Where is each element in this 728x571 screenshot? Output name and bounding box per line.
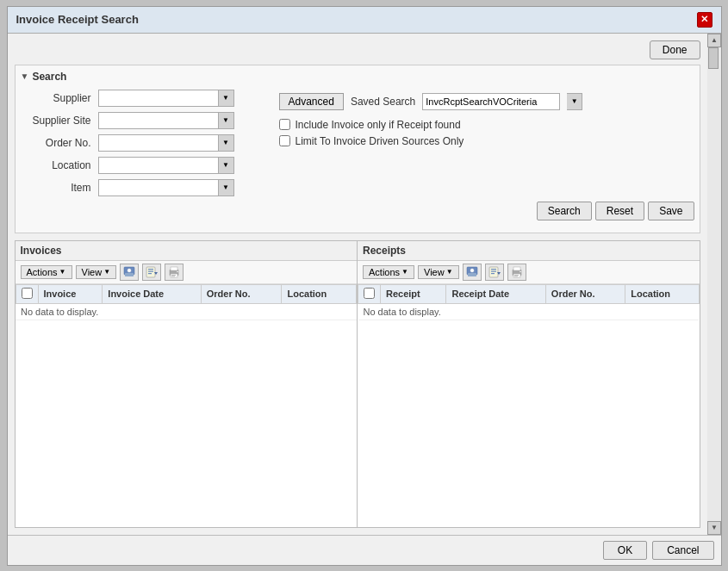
receipts-view-btn[interactable]: View ▼ xyxy=(418,265,459,279)
supplier-site-control: ▼ xyxy=(98,112,234,129)
scroll-down-btn[interactable]: ▼ xyxy=(707,521,721,535)
invoices-header: Invoices xyxy=(16,241,358,261)
invoices-print-icon[interactable] xyxy=(165,264,184,281)
section-header: ▼ Search xyxy=(21,71,694,83)
main-area: Done ▼ Search Supplier ▼ xyxy=(8,34,707,535)
title-bar: Invoice Receipt Search ✕ xyxy=(8,7,721,34)
invoices-actions-btn[interactable]: Actions ▼ xyxy=(21,265,72,279)
item-label: Item xyxy=(21,182,98,194)
invoices-table-scroll: Invoice Invoice Date Order No. Location … xyxy=(16,284,358,527)
supplier-site-row: Supplier Site ▼ xyxy=(21,112,262,129)
supplier-input[interactable] xyxy=(98,90,219,107)
svg-point-27 xyxy=(520,270,521,272)
svg-rect-18 xyxy=(491,269,496,270)
location-input[interactable] xyxy=(98,157,219,174)
close-button[interactable]: ✕ xyxy=(697,12,712,28)
reset-button[interactable]: Reset xyxy=(595,202,644,220)
limit-sources-checkbox[interactable] xyxy=(279,135,290,146)
include-invoice-checkbox[interactable] xyxy=(279,119,290,130)
svg-rect-12 xyxy=(171,276,175,276)
item-control: ▼ xyxy=(98,179,234,196)
svg-rect-10 xyxy=(171,274,177,277)
receipts-refresh-icon[interactable] xyxy=(463,264,482,281)
receipts-export-icon[interactable] xyxy=(485,264,504,281)
scroll-track xyxy=(707,47,721,521)
supplier-row: Supplier ▼ xyxy=(21,90,262,107)
limit-sources-label: Limit To Invoice Driven Sources Only xyxy=(296,135,464,147)
advanced-button[interactable]: Advanced xyxy=(279,93,344,110)
svg-rect-15 xyxy=(468,273,476,276)
receipts-actions-btn[interactable]: Actions ▼ xyxy=(363,265,414,279)
section-title: Search xyxy=(32,71,66,83)
svg-rect-6 xyxy=(148,273,152,274)
right-scrollbar: ▲ ▼ xyxy=(707,34,721,535)
invoices-refresh-icon[interactable] xyxy=(120,264,139,281)
svg-rect-4 xyxy=(148,269,153,270)
invoices-export-icon[interactable] xyxy=(142,264,161,281)
cancel-button[interactable]: Cancel xyxy=(652,541,713,560)
receipts-table-scroll: Receipt Receipt Date Order No. Location … xyxy=(358,284,700,527)
receipts-header: Receipts xyxy=(358,241,700,261)
supplier-site-input[interactable] xyxy=(98,112,219,129)
scroll-thumb[interactable] xyxy=(708,47,719,69)
item-dropdown-btn[interactable]: ▼ xyxy=(219,179,234,196)
location-control: ▼ xyxy=(98,157,234,174)
advanced-row: Advanced Saved Search ▼ xyxy=(279,93,694,110)
invoices-select-all-checkbox[interactable] xyxy=(22,288,33,299)
options-panel: Advanced Saved Search ▼ Include Invoice … xyxy=(279,90,694,202)
supplier-dropdown-btn[interactable]: ▼ xyxy=(219,90,234,107)
receipts-table: Receipt Receipt Date Order No. Location … xyxy=(358,284,700,320)
invoice-order-no-col-header: Order No. xyxy=(201,284,282,303)
action-buttons-row: Search Reset Save xyxy=(21,202,694,220)
saved-search-label: Saved Search xyxy=(351,96,415,108)
svg-point-16 xyxy=(470,268,474,272)
scroll-up-btn[interactable]: ▲ xyxy=(707,34,721,47)
tables-area: Invoices Actions ▼ View ▼ xyxy=(15,240,700,528)
svg-rect-26 xyxy=(514,276,518,276)
svg-rect-19 xyxy=(491,270,496,271)
done-button[interactable]: Done xyxy=(650,40,700,59)
invoices-toolbar: Actions ▼ View ▼ xyxy=(16,261,358,284)
ok-button[interactable]: OK xyxy=(603,541,647,560)
receipts-select-all-th xyxy=(358,284,381,303)
invoice-location-col-header: Location xyxy=(282,284,357,303)
dialog-content: Done ▼ Search Supplier ▼ xyxy=(8,34,721,535)
receipts-panel: Receipts Actions ▼ View ▼ xyxy=(358,241,700,527)
bottom-bar: OK Cancel xyxy=(8,535,721,565)
saved-search-input[interactable] xyxy=(422,93,560,110)
svg-rect-25 xyxy=(514,275,519,276)
invoice-receipt-search-dialog: Invoice Receipt Search ✕ Done ▼ Search xyxy=(7,6,722,566)
svg-rect-24 xyxy=(513,274,520,277)
supplier-site-dropdown-btn[interactable]: ▼ xyxy=(219,112,234,129)
supplier-site-label: Supplier Site xyxy=(21,115,98,127)
location-row: Location ▼ xyxy=(21,157,262,174)
location-dropdown-btn[interactable]: ▼ xyxy=(219,157,234,174)
receipts-view-arrow: ▼ xyxy=(446,268,453,276)
receipts-select-all-checkbox[interactable] xyxy=(364,288,375,299)
item-input[interactable] xyxy=(98,179,219,196)
svg-point-2 xyxy=(128,268,132,272)
svg-rect-5 xyxy=(148,270,153,271)
svg-rect-3 xyxy=(146,267,155,277)
search-section: ▼ Search Supplier ▼ xyxy=(15,65,700,233)
receipts-actions-label: Actions xyxy=(369,267,400,277)
search-button[interactable]: Search xyxy=(537,202,592,220)
order-no-input[interactable] xyxy=(98,134,219,152)
receipts-print-icon[interactable] xyxy=(507,264,526,281)
receipts-actions-arrow: ▼ xyxy=(401,268,408,276)
order-no-label: Order No. xyxy=(21,137,98,149)
order-no-dropdown-btn[interactable]: ▼ xyxy=(219,134,234,152)
invoices-view-btn[interactable]: View ▼ xyxy=(76,265,117,279)
svg-rect-11 xyxy=(171,275,176,276)
save-button[interactable]: Save xyxy=(648,202,694,220)
invoices-select-all-th xyxy=(16,284,38,303)
svg-point-13 xyxy=(177,270,178,272)
top-bar: Done xyxy=(15,40,700,59)
saved-search-dropdown-btn[interactable]: ▼ xyxy=(567,93,582,110)
receipts-toolbar: Actions ▼ View ▼ xyxy=(358,261,700,284)
invoices-no-data-row: No data to display. xyxy=(16,303,357,320)
invoices-view-arrow: ▼ xyxy=(103,268,110,276)
receipts-no-data: No data to display. xyxy=(358,303,700,320)
invoice-date-col-header: Invoice Date xyxy=(103,284,201,303)
svg-rect-1 xyxy=(125,273,134,276)
